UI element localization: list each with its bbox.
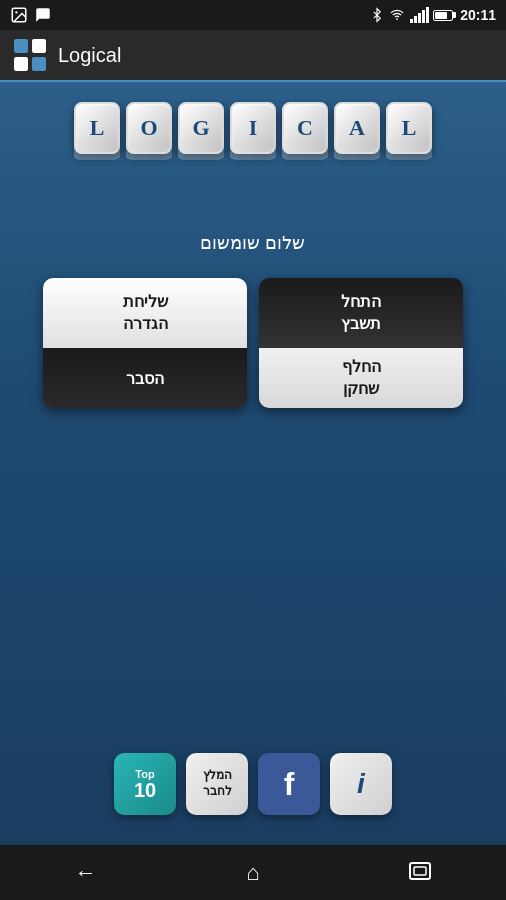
svg-rect-4 [32, 39, 46, 53]
send-definition-button[interactable]: שליחתהגדרה הסבר [43, 278, 247, 408]
game-buttons-grid: שליחתהגדרה הסבר התחלתשבץ החלףשחקן [43, 278, 463, 408]
share-label-line2: לחבר [203, 784, 232, 800]
app-logo-icon [14, 39, 46, 71]
svg-rect-3 [14, 39, 28, 53]
facebook-button[interactable]: f [258, 753, 320, 815]
home-button[interactable]: ⌂ [246, 860, 259, 886]
nav-bar: ← ⌂ [0, 845, 506, 900]
recent-apps-button[interactable] [409, 860, 431, 886]
logo-reflection [74, 139, 432, 160]
main-content: L O G I C A L שלום שומשום שליחתהגדרה הסב… [0, 82, 506, 845]
svg-rect-7 [410, 863, 430, 879]
svg-rect-5 [14, 57, 28, 71]
share-label-line1: המלץ [203, 768, 232, 784]
clock: 20:11 [460, 7, 496, 23]
facebook-icon: f [284, 766, 295, 803]
battery-icon [433, 10, 456, 21]
bluetooth-icon [370, 7, 384, 23]
change-player-button: החלףשחקן [259, 348, 463, 408]
svg-point-2 [396, 18, 398, 20]
svg-rect-6 [32, 57, 46, 71]
image-icon [10, 6, 28, 24]
start-crossword-top: התחלתשבץ [259, 278, 463, 348]
status-bar: 20:11 [0, 0, 506, 30]
svg-rect-8 [414, 867, 426, 875]
signal-icon [410, 7, 429, 23]
top10-button[interactable]: Top 10 [114, 753, 176, 815]
svg-point-1 [15, 11, 17, 13]
chat-icon [34, 6, 52, 24]
info-button[interactable]: i [330, 753, 392, 815]
share-button[interactable]: המלץ לחבר [186, 753, 248, 815]
top-number: 10 [134, 780, 156, 800]
info-icon: i [357, 768, 365, 800]
explain-button: הסבר [43, 348, 247, 408]
status-icons-left [10, 6, 52, 24]
title-bar: Logical [0, 30, 506, 82]
greeting-text: שלום שומשום [200, 232, 305, 254]
recent-icon [409, 862, 431, 880]
back-button[interactable]: ← [75, 860, 97, 886]
action-buttons-row: Top 10 המלץ לחבר f i [114, 753, 392, 815]
status-icons-right: 20:11 [370, 7, 496, 23]
app-title: Logical [58, 44, 121, 67]
wifi-icon [388, 8, 406, 22]
start-crossword-button[interactable]: התחלתשבץ החלףשחקן [259, 278, 463, 408]
send-definition-top: שליחתהגדרה [43, 278, 247, 348]
